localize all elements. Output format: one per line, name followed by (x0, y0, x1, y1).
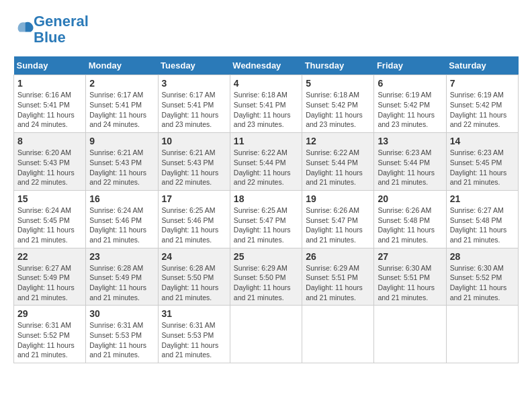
calendar-table: SundayMondayTuesdayWednesdayThursdayFrid… (13, 56, 519, 363)
day-info: Sunrise: 6:19 AM Sunset: 5:42 PM Dayligh… (378, 90, 442, 130)
col-header-friday: Friday (374, 56, 446, 75)
day-info: Sunrise: 6:26 AM Sunset: 5:47 PM Dayligh… (306, 205, 370, 245)
day-number: 31 (162, 308, 226, 319)
header-row: SundayMondayTuesdayWednesdayThursdayFrid… (14, 56, 519, 75)
day-number: 24 (162, 251, 226, 262)
cal-cell: 15Sunrise: 6:24 AM Sunset: 5:45 PM Dayli… (14, 190, 86, 248)
day-info: Sunrise: 6:30 AM Sunset: 5:51 PM Dayligh… (378, 263, 442, 303)
day-info: Sunrise: 6:29 AM Sunset: 5:51 PM Dayligh… (306, 263, 370, 303)
col-header-wednesday: Wednesday (230, 56, 302, 75)
cal-cell: 29Sunrise: 6:31 AM Sunset: 5:52 PM Dayli… (14, 306, 86, 363)
day-number: 5 (306, 78, 370, 89)
day-info: Sunrise: 6:18 AM Sunset: 5:41 PM Dayligh… (234, 90, 298, 130)
day-info: Sunrise: 6:18 AM Sunset: 5:42 PM Dayligh… (306, 90, 370, 130)
cal-cell: 7Sunrise: 6:19 AM Sunset: 5:42 PM Daylig… (446, 75, 518, 133)
cal-cell: 20Sunrise: 6:26 AM Sunset: 5:48 PM Dayli… (374, 190, 446, 248)
day-info: Sunrise: 6:22 AM Sunset: 5:44 PM Dayligh… (234, 148, 298, 187)
day-number: 3 (162, 78, 226, 89)
cal-cell (230, 306, 302, 363)
cal-cell: 6Sunrise: 6:19 AM Sunset: 5:42 PM Daylig… (374, 75, 446, 133)
week-row-4: 22Sunrise: 6:27 AM Sunset: 5:49 PM Dayli… (14, 248, 519, 306)
day-number: 4 (234, 78, 298, 89)
day-info: Sunrise: 6:19 AM Sunset: 5:42 PM Dayligh… (450, 90, 515, 130)
cal-cell: 27Sunrise: 6:30 AM Sunset: 5:51 PM Dayli… (374, 248, 446, 306)
day-info: Sunrise: 6:27 AM Sunset: 5:49 PM Dayligh… (17, 263, 82, 303)
day-number: 26 (306, 251, 370, 262)
cal-cell: 17Sunrise: 6:25 AM Sunset: 5:46 PM Dayli… (158, 190, 230, 248)
day-number: 6 (378, 78, 442, 89)
cal-cell: 31Sunrise: 6:31 AM Sunset: 5:53 PM Dayli… (158, 306, 230, 363)
day-number: 10 (162, 136, 226, 146)
day-info: Sunrise: 6:17 AM Sunset: 5:41 PM Dayligh… (162, 90, 226, 130)
day-info: Sunrise: 6:25 AM Sunset: 5:46 PM Dayligh… (162, 205, 226, 245)
day-info: Sunrise: 6:30 AM Sunset: 5:52 PM Dayligh… (450, 263, 515, 303)
cal-cell: 21Sunrise: 6:27 AM Sunset: 5:48 PM Dayli… (446, 190, 518, 248)
cal-cell: 14Sunrise: 6:23 AM Sunset: 5:45 PM Dayli… (446, 133, 518, 191)
day-number: 21 (450, 193, 515, 204)
day-number: 28 (450, 251, 515, 262)
cal-cell: 16Sunrise: 6:24 AM Sunset: 5:46 PM Dayli… (86, 190, 158, 248)
day-number: 13 (378, 136, 442, 146)
col-header-saturday: Saturday (446, 56, 518, 75)
cal-cell: 22Sunrise: 6:27 AM Sunset: 5:49 PM Dayli… (14, 248, 86, 306)
day-info: Sunrise: 6:21 AM Sunset: 5:43 PM Dayligh… (162, 148, 226, 187)
day-number: 22 (17, 251, 82, 262)
day-info: Sunrise: 6:23 AM Sunset: 5:45 PM Dayligh… (450, 148, 515, 187)
cal-cell: 19Sunrise: 6:26 AM Sunset: 5:47 PM Dayli… (302, 190, 374, 248)
day-info: Sunrise: 6:22 AM Sunset: 5:44 PM Dayligh… (306, 148, 370, 187)
day-number: 1 (17, 78, 82, 89)
cal-cell (374, 306, 446, 363)
cal-cell: 23Sunrise: 6:28 AM Sunset: 5:49 PM Dayli… (86, 248, 158, 306)
day-number: 9 (89, 136, 154, 146)
day-info: Sunrise: 6:20 AM Sunset: 5:43 PM Dayligh… (17, 148, 82, 187)
cal-cell: 2Sunrise: 6:17 AM Sunset: 5:41 PM Daylig… (86, 75, 158, 133)
cal-cell: 8Sunrise: 6:20 AM Sunset: 5:43 PM Daylig… (14, 133, 86, 191)
day-number: 12 (306, 136, 370, 146)
week-row-5: 29Sunrise: 6:31 AM Sunset: 5:52 PM Dayli… (14, 306, 519, 363)
cal-cell: 26Sunrise: 6:29 AM Sunset: 5:51 PM Dayli… (302, 248, 374, 306)
day-number: 27 (378, 251, 442, 262)
cal-cell: 24Sunrise: 6:28 AM Sunset: 5:50 PM Dayli… (158, 248, 230, 306)
day-number: 25 (234, 251, 298, 262)
cal-cell (446, 306, 518, 363)
day-number: 29 (17, 308, 82, 319)
cal-cell: 28Sunrise: 6:30 AM Sunset: 5:52 PM Dayli… (446, 248, 518, 306)
cal-cell: 9Sunrise: 6:21 AM Sunset: 5:43 PM Daylig… (86, 133, 158, 191)
day-info: Sunrise: 6:31 AM Sunset: 5:52 PM Dayligh… (17, 320, 82, 360)
day-number: 17 (162, 193, 226, 204)
day-info: Sunrise: 6:17 AM Sunset: 5:41 PM Dayligh… (89, 90, 154, 130)
day-info: Sunrise: 6:24 AM Sunset: 5:45 PM Dayligh… (17, 205, 82, 245)
cal-cell: 3Sunrise: 6:17 AM Sunset: 5:41 PM Daylig… (158, 75, 230, 133)
day-info: Sunrise: 6:28 AM Sunset: 5:50 PM Dayligh… (162, 263, 226, 303)
day-info: Sunrise: 6:31 AM Sunset: 5:53 PM Dayligh… (162, 320, 226, 360)
col-header-tuesday: Tuesday (158, 56, 230, 75)
day-number: 18 (234, 193, 298, 204)
day-number: 14 (450, 136, 515, 146)
day-number: 19 (306, 193, 370, 204)
cal-cell: 12Sunrise: 6:22 AM Sunset: 5:44 PM Dayli… (302, 133, 374, 191)
day-info: Sunrise: 6:23 AM Sunset: 5:44 PM Dayligh… (378, 148, 442, 187)
cal-cell: 25Sunrise: 6:29 AM Sunset: 5:50 PM Dayli… (230, 248, 302, 306)
col-header-sunday: Sunday (14, 56, 86, 75)
week-row-2: 8Sunrise: 6:20 AM Sunset: 5:43 PM Daylig… (14, 133, 519, 191)
day-number: 8 (17, 136, 82, 146)
cal-cell: 5Sunrise: 6:18 AM Sunset: 5:42 PM Daylig… (302, 75, 374, 133)
day-number: 2 (89, 78, 154, 89)
day-number: 20 (378, 193, 442, 204)
col-header-monday: Monday (86, 56, 158, 75)
day-number: 30 (89, 308, 154, 319)
day-info: Sunrise: 6:26 AM Sunset: 5:48 PM Dayligh… (378, 205, 442, 245)
day-info: Sunrise: 6:21 AM Sunset: 5:43 PM Dayligh… (89, 148, 154, 187)
cal-cell: 4Sunrise: 6:18 AM Sunset: 5:41 PM Daylig… (230, 75, 302, 133)
cal-cell: 18Sunrise: 6:25 AM Sunset: 5:47 PM Dayli… (230, 190, 302, 248)
cal-cell: 30Sunrise: 6:31 AM Sunset: 5:53 PM Dayli… (86, 306, 158, 363)
page-header: GeneralBlue (13, 13, 519, 46)
day-info: Sunrise: 6:31 AM Sunset: 5:53 PM Dayligh… (89, 320, 154, 360)
day-number: 23 (89, 251, 154, 262)
logo: GeneralBlue (13, 13, 89, 46)
cal-cell: 11Sunrise: 6:22 AM Sunset: 5:44 PM Dayli… (230, 133, 302, 191)
col-header-thursday: Thursday (302, 56, 374, 75)
day-number: 16 (89, 193, 154, 204)
day-info: Sunrise: 6:16 AM Sunset: 5:41 PM Dayligh… (17, 90, 82, 130)
day-number: 15 (17, 193, 82, 204)
